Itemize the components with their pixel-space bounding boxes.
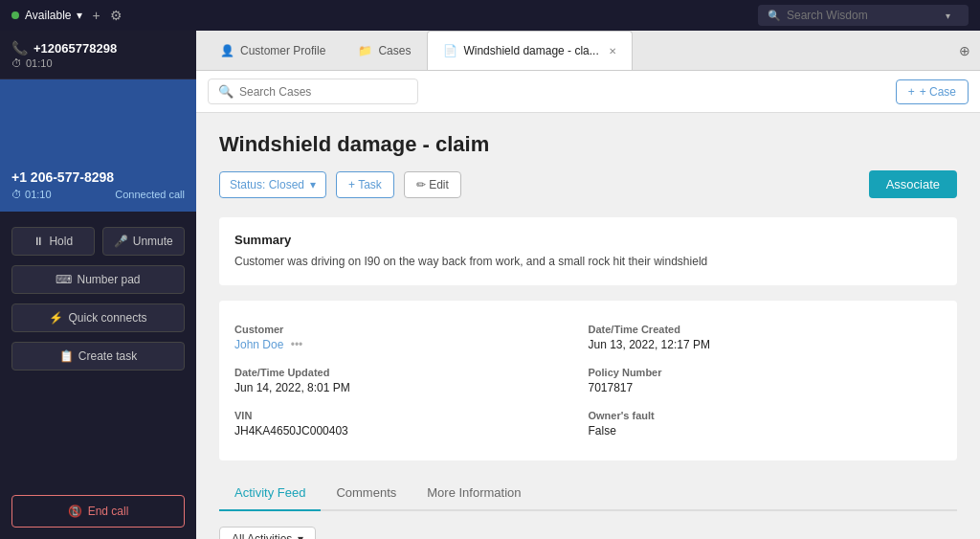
customer-label: Customer bbox=[234, 324, 589, 335]
phone-number-label: +12065778298 bbox=[33, 41, 117, 56]
caller-timer: ⏱ 01:10 bbox=[11, 189, 52, 200]
caller-status: ⏱ 01:10 Connected call bbox=[11, 189, 185, 200]
tab-comments[interactable]: Comments bbox=[321, 476, 412, 511]
all-activities-button[interactable]: All Activities ▾ bbox=[219, 527, 316, 539]
top-bar-left: Available ▾ + ⚙ bbox=[11, 8, 122, 23]
left-panel: 📞 +12065778298 ⏱ 01:10 +1 206-577-8298 ⏱… bbox=[0, 31, 196, 539]
tab-cases-label: Cases bbox=[378, 44, 411, 57]
status-button[interactable]: Status: Closed ▾ bbox=[219, 171, 326, 198]
hold-icon: ⏸ bbox=[33, 235, 44, 248]
date-created-label: Date/Time Created bbox=[589, 324, 943, 335]
unmute-button[interactable]: 🎤 Unmute bbox=[102, 227, 186, 256]
date-updated-value: Jun 14, 2022, 8:01 PM bbox=[234, 381, 589, 394]
owners-fault-label: Owner's fault bbox=[589, 410, 943, 421]
date-updated-field: Date/Time Updated Jun 14, 2022, 8:01 PM bbox=[234, 359, 589, 402]
status-label: Status: Closed bbox=[230, 178, 304, 191]
add-case-button[interactable]: + + Case bbox=[896, 79, 969, 104]
right-panel: 👤 Customer Profile 📁 Cases 📄 Windshield … bbox=[196, 31, 980, 539]
tab-windshield[interactable]: 📄 Windshield damage - cla... ✕ bbox=[427, 31, 632, 70]
tab-customer-profile-label: Customer Profile bbox=[240, 44, 325, 57]
vin-field: VIN JH4KA4650JC000403 bbox=[234, 402, 589, 445]
settings-icon[interactable]: ⚙ bbox=[110, 8, 122, 23]
tab-more-information[interactable]: More Information bbox=[412, 476, 536, 511]
search-cases-input[interactable] bbox=[239, 85, 392, 99]
user-icon: 👤 bbox=[220, 44, 234, 57]
customer-value: John Doe ••• bbox=[234, 338, 589, 351]
timer-icon: ⏱ bbox=[11, 57, 22, 69]
more-icon[interactable]: ••• bbox=[291, 338, 303, 351]
tab-bar: 👤 Customer Profile 📁 Cases 📄 Windshield … bbox=[196, 31, 980, 71]
plus-icon[interactable]: + bbox=[92, 8, 100, 23]
microphone-icon: 🎤 bbox=[114, 235, 128, 248]
document-icon: 📄 bbox=[443, 44, 457, 57]
tab-close-icon[interactable]: ✕ bbox=[609, 46, 616, 56]
plus-icon: + bbox=[908, 85, 915, 99]
vin-label: VIN bbox=[234, 410, 589, 421]
summary-title: Summary bbox=[234, 233, 942, 247]
wisdom-search-bar[interactable]: 🔍 ▾ bbox=[758, 5, 969, 26]
caller-name: +1 206-577-8298 bbox=[11, 169, 185, 185]
task-label: + Task bbox=[348, 178, 382, 191]
date-created-value: Jun 13, 2022, 12:17 PM bbox=[589, 338, 943, 351]
policy-value: 7017817 bbox=[589, 381, 943, 394]
owners-fault-value: False bbox=[589, 424, 943, 438]
activity-filter: All Activities ▾ bbox=[219, 527, 957, 539]
phone-icon: 📞 bbox=[11, 40, 28, 56]
folder-icon: 📁 bbox=[358, 44, 372, 57]
numpad-button[interactable]: ⌨ Number pad bbox=[11, 265, 185, 294]
numpad-icon: ⌨ bbox=[56, 273, 72, 286]
action-bar: Status: Closed ▾ + Task ✏ Edit Associate bbox=[219, 170, 957, 198]
associate-button[interactable]: Associate bbox=[869, 170, 957, 198]
main-layout: 📞 +12065778298 ⏱ 01:10 +1 206-577-8298 ⏱… bbox=[0, 31, 980, 539]
hold-button[interactable]: ⏸ Hold bbox=[11, 227, 95, 256]
create-task-button[interactable]: 📋 Create task bbox=[11, 342, 185, 371]
top-bar: Available ▾ + ⚙ 🔍 ▾ bbox=[0, 0, 980, 31]
customer-link[interactable]: John Doe bbox=[234, 338, 283, 351]
content-area: Windshield damage - claim Status: Closed… bbox=[196, 113, 980, 539]
chevron-down-icon: ▾ bbox=[298, 532, 303, 539]
chevron-down-icon: ▾ bbox=[310, 178, 316, 191]
summary-section: Summary Customer was driving on I90 on t… bbox=[219, 217, 957, 285]
case-title: Windshield damage - claim bbox=[219, 132, 957, 157]
search-row: 🔍 + + Case bbox=[196, 71, 980, 113]
date-created-field: Date/Time Created Jun 13, 2022, 12:17 PM bbox=[589, 316, 943, 359]
call-number: 📞 +12065778298 bbox=[11, 40, 185, 56]
timer-icon-small: ⏱ bbox=[11, 189, 22, 200]
search-icon: 🔍 bbox=[768, 10, 781, 22]
ctrl-row-1: ⏸ Hold 🎤 Unmute bbox=[11, 227, 185, 256]
chevron-down-icon[interactable]: ▾ bbox=[77, 9, 82, 22]
date-updated-label: Date/Time Updated bbox=[234, 367, 589, 378]
customer-field: Customer John Doe ••• bbox=[234, 316, 589, 359]
task-button[interactable]: + Task bbox=[336, 171, 394, 198]
availability-dot bbox=[11, 11, 19, 19]
end-call-button[interactable]: 📵 End call bbox=[11, 495, 185, 528]
tab-cases[interactable]: 📁 Cases bbox=[342, 31, 427, 70]
search-cases-bar[interactable]: 🔍 bbox=[208, 79, 418, 104]
vin-value: JH4KA4650JC000403 bbox=[234, 424, 589, 438]
task-icon: 📋 bbox=[59, 349, 74, 363]
policy-field: Policy Number 7017817 bbox=[589, 359, 943, 402]
availability-label: Available bbox=[25, 9, 71, 22]
inner-tabs: Activity Feed Comments More Information bbox=[219, 476, 957, 511]
edit-button[interactable]: ✏ Edit bbox=[404, 171, 461, 198]
call-controls: ⏸ Hold 🎤 Unmute ⌨ Number pad ⚡ Quick con… bbox=[0, 212, 196, 386]
tab-activity-feed[interactable]: Activity Feed bbox=[219, 476, 321, 511]
wisdom-search-input[interactable] bbox=[787, 9, 940, 22]
availability-badge[interactable]: Available ▾ bbox=[11, 9, 82, 22]
lightning-icon: ⚡ bbox=[49, 311, 63, 325]
owners-fault-field: Owner's fault False bbox=[589, 402, 943, 445]
edit-label: ✏ Edit bbox=[416, 178, 449, 191]
call-info: 📞 +12065778298 ⏱ 01:10 bbox=[0, 31, 196, 79]
call-timer-info: ⏱ 01:10 bbox=[11, 57, 185, 69]
caller-card: +1 206-577-8298 ⏱ 01:10 Connected call bbox=[0, 79, 196, 212]
policy-label: Policy Number bbox=[589, 367, 943, 378]
timer-value: 01:10 bbox=[26, 57, 53, 69]
tab-customer-profile[interactable]: 👤 Customer Profile bbox=[204, 31, 342, 70]
quick-connects-button[interactable]: ⚡ Quick connects bbox=[11, 303, 185, 332]
tab-windshield-label: Windshield damage - cla... bbox=[463, 44, 598, 57]
share-icon[interactable]: ⊕ bbox=[959, 43, 970, 58]
summary-text: Customer was driving on I90 on the way b… bbox=[234, 253, 942, 270]
dropdown-icon[interactable]: ▾ bbox=[946, 11, 950, 21]
details-grid: Customer John Doe ••• Date/Time Created … bbox=[219, 301, 957, 460]
all-activities-label: All Activities bbox=[232, 532, 292, 539]
